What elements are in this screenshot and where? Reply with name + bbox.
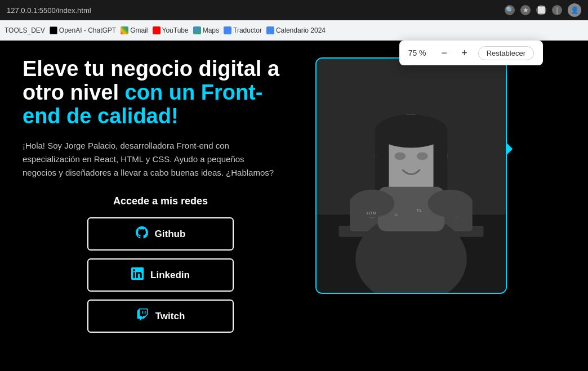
zoom-popup: 75 % − + Restablecer [399, 41, 543, 65]
svg-point-17 [394, 152, 406, 160]
github-label: Github [155, 229, 186, 240]
linkedin-button[interactable]: Linkedin [87, 258, 234, 292]
zoom-reset-button[interactable]: Restablecer [478, 46, 534, 60]
bookmark-icon[interactable]: ★ [520, 5, 531, 15]
calendario-favicon [266, 26, 274, 34]
profile-image: HTM TS SI [317, 59, 506, 293]
browser-icons: 🔍 ★ ⬜ | 👤 [505, 3, 581, 17]
left-section: Eleve tu negocio digital a otro nivel co… [23, 57, 315, 333]
calendario-label: Calendario 2024 [276, 26, 326, 34]
zoom-value: 75 % [408, 48, 431, 57]
twitch-label: Twitch [155, 311, 185, 322]
linkedin-label: Linkedin [150, 270, 190, 281]
maps-favicon [193, 26, 201, 34]
svg-point-18 [417, 152, 428, 160]
page-content: Eleve tu negocio digital a otro nivel co… [0, 41, 588, 371]
profile-image-frame: HTM TS SI [315, 57, 507, 294]
maps-label: Maps [203, 26, 219, 34]
youtube-favicon [153, 26, 161, 34]
toolbar-gmail[interactable]: Gmail [121, 26, 148, 34]
gmail-favicon [121, 26, 128, 34]
svg-point-21 [428, 190, 473, 217]
divider: | [552, 5, 562, 15]
traductor-label: Traductor [233, 26, 262, 34]
tools-dev-label: TOOLS_DEV [5, 26, 45, 34]
svg-text:HTM: HTM [367, 211, 376, 216]
zoom-increase-button[interactable]: + [458, 46, 471, 60]
linkedin-icon [131, 267, 144, 283]
toolbar-youtube[interactable]: YouTube [153, 26, 189, 34]
toolbar-maps[interactable]: Maps [193, 26, 219, 34]
extensions-icon[interactable]: ⬜ [536, 5, 546, 15]
toolbar: TOOLS_DEV OpenAI - ChatGPT Gmail YouTube… [0, 20, 588, 41]
address-bar: 127.0.0.1:5500/index.html 🔍 ★ ⬜ | 👤 [0, 0, 588, 20]
page-description: ¡Hola! Soy Jorge Palacio, desarrolladora… [23, 139, 276, 180]
openai-favicon [50, 26, 57, 34]
svg-text:TS: TS [417, 208, 422, 212]
profile-avatar[interactable]: 👤 [568, 3, 581, 17]
twitch-button[interactable]: Twitch [87, 300, 234, 333]
right-section: HTM TS SI [315, 57, 518, 294]
toolbar-tools-dev[interactable]: TOOLS_DEV [5, 26, 45, 34]
url-text[interactable]: 127.0.0.1:5500/index.html [7, 6, 498, 15]
page-headline: Eleve tu negocio digital a otro nivel co… [23, 57, 299, 128]
youtube-label: YouTube [162, 26, 189, 34]
twitch-icon [136, 309, 149, 324]
toolbar-openai[interactable]: OpenAI - ChatGPT [50, 26, 116, 34]
browser-chrome: 127.0.0.1:5500/index.html 🔍 ★ ⬜ | 👤 TOOL… [0, 0, 588, 41]
gmail-label: Gmail [130, 26, 148, 34]
networks-title: Accede a mis redes [23, 195, 299, 207]
search-icon[interactable]: 🔍 [505, 5, 515, 15]
toolbar-calendario[interactable]: Calendario 2024 [266, 26, 326, 34]
github-icon [136, 226, 148, 242]
openai-label: OpenAI - ChatGPT [59, 26, 116, 34]
zoom-decrease-button[interactable]: − [438, 46, 451, 60]
github-button[interactable]: Github [87, 217, 234, 251]
social-buttons: Github Linkedin Twitch [87, 217, 234, 333]
toolbar-traductor[interactable]: Traductor [224, 26, 262, 34]
svg-text:SI: SI [394, 213, 398, 217]
traductor-favicon [224, 26, 231, 34]
